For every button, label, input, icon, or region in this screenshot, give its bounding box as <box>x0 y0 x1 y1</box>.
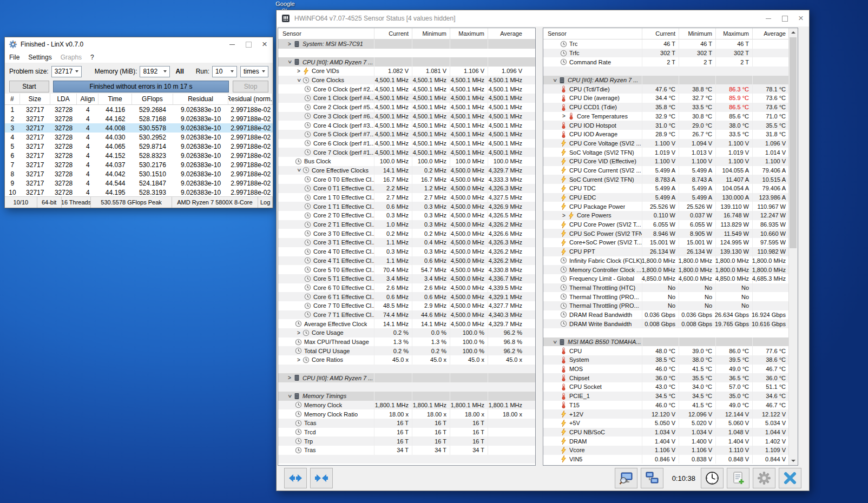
problem-size-select[interactable]: 32717 <box>51 66 82 77</box>
sensor-row[interactable]: CPU48.0 °C39.0 °C86.0 °C77.6 °C <box>543 346 789 355</box>
start-button[interactable]: Start <box>9 81 49 92</box>
table-row[interactable]: 13271732728444.116529.26849.026383e-102.… <box>5 105 273 114</box>
sensor-row[interactable]: CPU Core VID (Effective)1.100 V1.100 V1.… <box>543 157 789 166</box>
sensor-row[interactable]: +12V12.120 V12.096 V12.144 V12.122 V <box>543 409 789 419</box>
sensor-row[interactable]: Core VIDs1.082 V1.081 V1.106 V1.096 V <box>278 67 535 76</box>
chevron-right-icon[interactable] <box>295 68 303 74</box>
hwinfo-minimize-button[interactable] <box>760 10 777 27</box>
column-header-sensor[interactable]: Sensor <box>278 30 374 37</box>
sensor-row[interactable]: Trfc302 T302 T302 T <box>543 49 789 58</box>
sensor-row[interactable]: DRAM Write Bandwidth0.008 Gbps0.008 Gbps… <box>543 319 789 328</box>
column-header-average[interactable]: Average <box>488 28 525 39</box>
sensor-row[interactable]: CPU IOD Average28.9 °C26.7 °C33.5 °C31.8… <box>543 130 789 139</box>
table-row[interactable]: 43271732728444.030530.29529.026383e-102.… <box>5 133 273 142</box>
chevron-down-icon[interactable] <box>296 167 302 174</box>
sensor-row[interactable]: SoC Voltage (SVI2 TFN)1.019 V1.013 V1.01… <box>543 148 789 157</box>
chevron-right-icon[interactable] <box>295 330 303 336</box>
column-header[interactable]: GFlops <box>132 94 173 104</box>
sensor-row[interactable]: Core Usage0.2 %0.0 %100.0 %96.2 % <box>278 328 535 337</box>
sensor-row[interactable]: Average Effective Clock14.1 MHz14.1 MHz4… <box>278 319 535 328</box>
column-header-current[interactable]: Current <box>642 28 679 39</box>
sensor-row[interactable]: Core 5 T1 Effective Cl...3.4 MHz3.4 MHz4… <box>278 274 535 283</box>
sensor-row[interactable]: Core 6 T1 Effective Cl...0.6 MHz0.6 MHz4… <box>278 292 535 301</box>
sensor-row[interactable]: CPU NB/SoC1.034 V1.034 V1.048 V1.044 V <box>543 428 789 437</box>
sensor-row[interactable]: Core Ratios45.0 x45.0 x45.0 x45.0 x <box>278 355 535 365</box>
chevron-down-icon[interactable] <box>287 58 293 66</box>
linx-titlebar[interactable]: Finished - LinX v0.7.0 <box>5 37 273 51</box>
sensor-row[interactable]: Max CPU/Thread Usage1.3 %1.3 %100.0 %96.… <box>278 337 535 347</box>
sensor-row[interactable]: Tcas16 T16 T16 T <box>278 419 535 428</box>
memory-select[interactable]: 8192 <box>140 66 170 77</box>
sensor-row[interactable]: Vcore1.106 V1.106 V1.110 V1.109 V <box>543 446 789 455</box>
scroll-up-arrow-icon[interactable] <box>789 28 798 37</box>
sensor-row[interactable]: Core Temperatures32.9 °C30.8 °C85.6 °C71… <box>543 112 789 121</box>
vertical-scrollbar[interactable] <box>788 28 798 465</box>
column-header[interactable]: Residual (norm.) <box>228 94 273 104</box>
run-units-select[interactable]: times <box>240 66 268 77</box>
sensor-row[interactable]: Core 7 T1 Effective Cl...74.4 MHz44.6 MH… <box>278 310 535 320</box>
sensor-row[interactable]: MOS46.0 °C41.5 °C49.0 °C46.7 °C <box>543 365 789 374</box>
sensor-row[interactable]: Core Effective Clocks14.1 MHz0.2 MHz4,50… <box>278 166 535 175</box>
table-row[interactable]: 83271732728444.042530.15109.026383e-102.… <box>5 169 273 178</box>
sensor-row[interactable]: Core 0 Clock (perf #2...4,500.1 MHz4,500… <box>278 84 535 94</box>
sensor-row[interactable]: Core 3 T0 Effective Cl...0.2 MHz0.2 MHz4… <box>278 229 535 238</box>
column-header-maximum[interactable]: Maximum <box>715 28 752 39</box>
menu-item-help[interactable]: ? <box>86 54 98 61</box>
sensor-group-row[interactable]: Memory Timings <box>278 392 535 401</box>
sensor-row[interactable]: CPU Package Power25.526 W25.526 W139.110… <box>543 202 789 211</box>
collapse-columns-button[interactable] <box>310 468 333 488</box>
sensor-row[interactable]: Core 0 T1 Effective Cl...2.2 MHz1.2 MHz4… <box>278 184 535 193</box>
sensor-group-row[interactable]: CPU [#0]: AMD Ryzen 7 ... <box>543 76 789 85</box>
sensor-group-row[interactable]: System: MSI MS-7C91 <box>278 39 535 49</box>
sensor-row[interactable]: Core 4 Clock (perf #3...4,500.1 MHz4,500… <box>278 121 535 130</box>
column-header[interactable]: # <box>5 94 20 104</box>
sensor-row[interactable]: CPU Core Voltage (SVI2 ...1.100 V1.094 V… <box>543 139 789 148</box>
chevron-right-icon[interactable] <box>286 375 293 381</box>
sensor-row[interactable]: CPU (Tctl/Tdie)47.6 °C38.8 °C86.3 °C78.1… <box>543 84 789 94</box>
clock-settings-button[interactable] <box>701 468 724 488</box>
sensor-row[interactable]: T1546.0 °C41.5 °C49.0 °C46.7 °C <box>543 401 789 410</box>
sensor-row[interactable]: Core 2 T1 Effective Cl...1.0 MHz0.3 MHz4… <box>278 220 535 229</box>
sensor-row[interactable]: Core Powers0.110 W0.037 W16.748 W12.247 … <box>543 211 789 220</box>
column-header[interactable]: Align <box>77 94 98 104</box>
table-row[interactable]: 103271732728444.195528.31939.026383e-102… <box>5 188 273 197</box>
chevron-right-icon[interactable] <box>560 213 568 219</box>
run-count-select[interactable]: 10 <box>212 66 237 77</box>
table-row[interactable]: 53271732728444.065529.87149.026383e-102.… <box>5 142 273 151</box>
scrollbar-thumb[interactable] <box>790 37 797 248</box>
sensor-group-row[interactable]: CPU [#0]: AMD Ryzen 7 ... <box>278 373 535 382</box>
sensor-row[interactable]: Frequency Limit - Global4,850.0 MHz4,600… <box>543 274 789 283</box>
sensor-row[interactable]: CPU TDC5.499 A5.499 A104.054 A79.406 A <box>543 184 789 193</box>
sensor-row[interactable]: Core 1 T0 Effective Cl...2.7 MHz2.7 MHz4… <box>278 193 535 202</box>
sensor-row[interactable]: +5V5.050 V5.020 V5.060 V5.034 V <box>543 419 789 428</box>
sensor-row[interactable]: Core 5 Clock (perf #7...4,500.1 MHz4,500… <box>278 130 535 139</box>
sensor-row[interactable]: CPU Socket43.0 °C34.0 °C57.0 °C51.1 °C <box>543 382 789 392</box>
sensor-row[interactable]: Chipset36.0 °C35.5 °C36.5 °C36.0 °C <box>543 373 789 382</box>
stop-button[interactable]: Stop <box>233 81 268 92</box>
column-header-maximum[interactable]: Maximum <box>450 28 488 39</box>
sensor-row[interactable]: Core+SoC Power (SVI2 T...15.001 W15.001 … <box>543 238 789 247</box>
sensor-row[interactable]: Core 6 T0 Effective Cl...2.6 MHz2.6 MHz4… <box>278 283 535 293</box>
column-header[interactable]: Residual <box>173 94 229 104</box>
sensor-row[interactable]: Trc46 T46 T46 T <box>543 39 789 49</box>
sensor-row[interactable]: DRAM1.404 V1.400 V1.404 V1.402 V <box>543 436 789 446</box>
menu-item-settings[interactable]: Settings <box>24 54 56 61</box>
settings-button[interactable] <box>753 468 775 488</box>
column-header-average[interactable]: Average <box>752 28 789 39</box>
sensor-row[interactable]: CPU Core Current (SVI2 ...5.499 A5.499 A… <box>543 166 789 175</box>
chevron-down-icon[interactable] <box>296 76 302 84</box>
chevron-down-icon[interactable] <box>287 392 293 400</box>
sensor-row[interactable]: Core 3 Clock (perf #6...4,500.1 MHz4,500… <box>278 112 535 121</box>
sensor-row[interactable]: Memory Controller Clock ...1,800.0 MHz1,… <box>543 265 789 274</box>
sensor-row[interactable]: Core 6 Clock (perf #1...4,500.1 MHz4,500… <box>278 139 535 148</box>
sensor-row[interactable]: Core 0 T0 Effective Cl...16.7 MHz16.7 MH… <box>278 175 535 184</box>
sensor-row[interactable]: CPU Die (average)34.4 °C32.7 °C85.9 °C73… <box>543 94 789 103</box>
sensor-row[interactable]: CPU Core Power (SVI2 T...6.055 W6.055 W1… <box>543 220 789 229</box>
close-sensors-button[interactable] <box>779 468 801 488</box>
chevron-right-icon[interactable] <box>286 41 293 47</box>
sensor-row[interactable]: PCIE_134.5 °C34.5 °C35.0 °C34.6 °C <box>543 392 789 401</box>
sensor-row[interactable]: Core 2 Clock (perf #5...4,500.1 MHz4,500… <box>278 103 535 112</box>
sensor-group-row[interactable]: MSI MAG B550 TOMAHA... <box>543 337 789 347</box>
column-header[interactable]: LDA <box>50 94 77 104</box>
sensor-row[interactable]: Infinity Fabric Clock (FCLK)1,800.0 MHz1… <box>543 256 789 266</box>
